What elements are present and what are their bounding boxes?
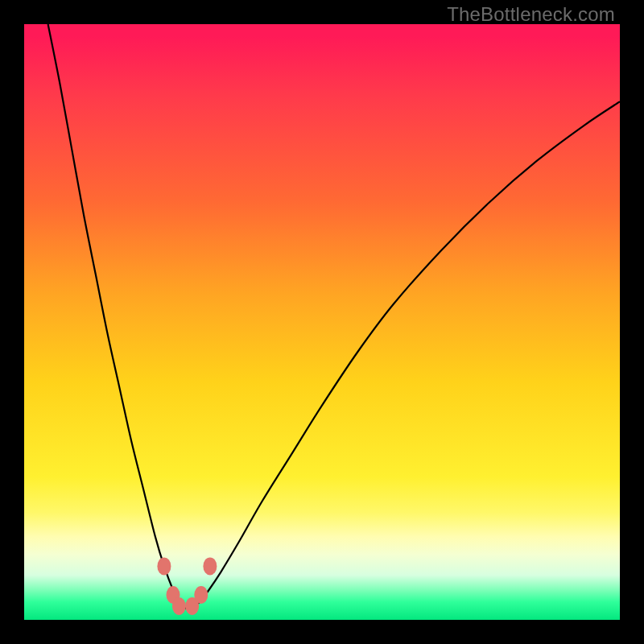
bottom-black-band	[0, 620, 644, 644]
marker-dot	[172, 597, 186, 615]
bottleneck-curve	[48, 24, 620, 609]
plot-area	[24, 24, 620, 620]
watermark-text: TheBottleneck.com	[447, 3, 615, 26]
marker-dot	[157, 557, 171, 575]
marker-dot	[203, 557, 217, 575]
curve-svg	[24, 24, 620, 620]
marker-dot	[194, 586, 208, 604]
marker-group	[157, 557, 217, 615]
